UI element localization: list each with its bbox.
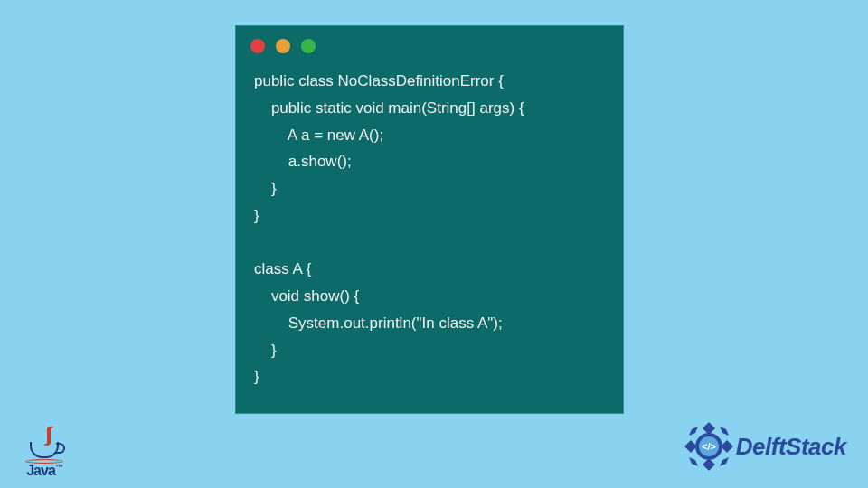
svg-marker-2 [703,458,715,471]
maximize-dot-icon [301,39,316,53]
code-body: public class NoClassDefinitionError { pu… [236,59,623,408]
delftstack-badge-icon: </> [684,421,734,472]
delftstack-logo: </> DelftStack [684,421,846,472]
java-logo: ∫∫ Java™ [25,428,63,479]
code-window: public class NoClassDefinitionError { pu… [235,25,624,414]
svg-marker-0 [703,422,715,435]
window-titlebar [236,26,623,59]
svg-marker-6 [689,457,698,466]
svg-marker-7 [689,427,698,436]
java-steam-icon: ∫∫ [31,428,63,440]
svg-text:</>: </> [702,441,716,452]
java-label: Java™ [25,463,63,479]
close-dot-icon [250,39,265,53]
java-cup-icon [30,442,59,458]
minimize-dot-icon [276,39,290,53]
svg-marker-3 [684,440,697,453]
svg-marker-5 [720,457,729,466]
svg-marker-1 [721,440,733,453]
delftstack-label: DelftStack [736,433,846,461]
svg-marker-4 [720,427,729,436]
